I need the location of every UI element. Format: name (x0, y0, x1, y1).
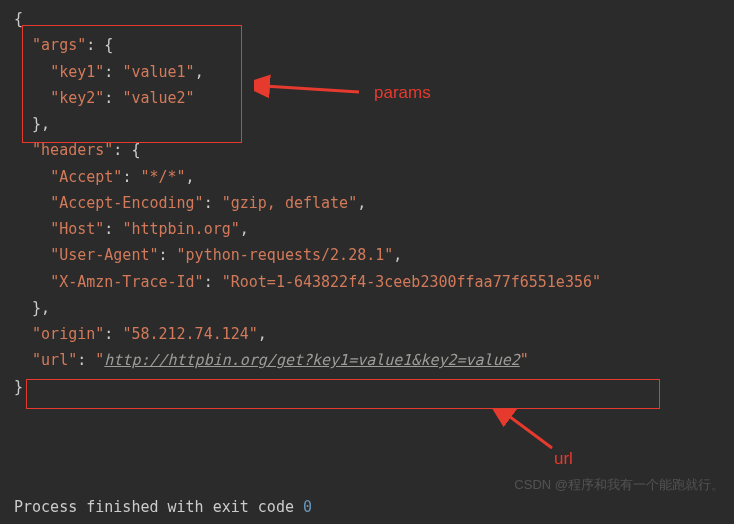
params-label: params (374, 83, 431, 103)
arrow-icon (492, 408, 562, 454)
watermark: CSDN @程序和我有一个能跑就行。 (514, 476, 724, 494)
url-link[interactable]: http://httpbin.org/get?key1=value1&key2=… (104, 351, 519, 369)
json-output: { "args": { "key1": "value1", "key2": "v… (14, 6, 734, 400)
svg-line-3 (506, 414, 552, 448)
process-exit-message: Process finished with exit code 0 (14, 498, 312, 516)
arrow-icon (254, 74, 364, 110)
svg-line-1 (264, 86, 359, 92)
